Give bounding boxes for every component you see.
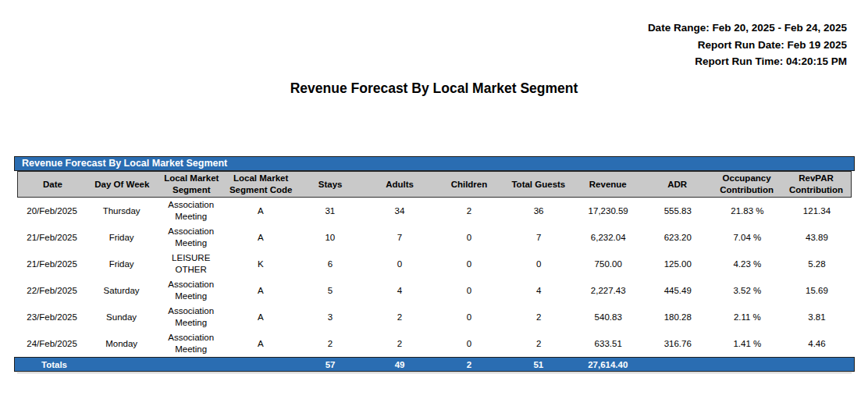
table-cell: 6,232.04 [574, 224, 643, 251]
table-cell: 445.49 [643, 277, 713, 304]
table-cell: 0 [504, 251, 574, 277]
table-cell: A [226, 304, 295, 330]
table-cell: Saturday [87, 277, 156, 304]
table-cell: 180.28 [643, 304, 713, 330]
table-row: 21/Feb/2025FridayLEISURE OTHERK6000750.0… [17, 251, 852, 277]
report-run-time-text: Report Run Time: 04:20:15 PM [648, 53, 847, 70]
column-header-revenue: Revenue [573, 172, 642, 197]
table-cell: 2 [295, 330, 365, 357]
table-cell: 2 [365, 330, 434, 357]
table-cell: 2 [365, 304, 434, 330]
totals-cell [226, 358, 296, 371]
column-header-date: Date [18, 172, 87, 197]
table-cell: 24/Feb/2025 [17, 330, 87, 357]
table-cell: Association Meeting [156, 330, 226, 357]
table-cell: 4 [504, 277, 574, 304]
table-cell: Association Meeting [156, 224, 226, 251]
table-cell: Thursday [87, 198, 156, 224]
column-header-revpar-contribution: RevPAR Contribution [781, 172, 851, 197]
table-cell: 0 [435, 224, 504, 251]
table-cell: Friday [87, 224, 156, 251]
table-cell: 2 [504, 304, 574, 330]
table-cell: 36 [504, 198, 574, 224]
table-cell: 7 [365, 224, 434, 251]
totals-cell [157, 358, 226, 371]
table-cell: 22/Feb/2025 [17, 277, 87, 304]
totals-label: Totals [18, 358, 87, 371]
table-cell: Association Meeting [156, 198, 226, 224]
totals-cell: 27,614.40 [573, 358, 642, 371]
table-cell: 125.00 [643, 251, 713, 277]
table-cell: 21/Feb/2025 [17, 251, 87, 277]
report-run-date-text: Report Run Date: Feb 19 2025 [648, 37, 847, 54]
table-cell: K [226, 251, 295, 277]
table-cell: 3.52 % [713, 277, 782, 304]
table-cell: LEISURE OTHER [156, 251, 226, 277]
column-header-day-of-week: Day Of Week [87, 172, 157, 197]
totals-cell: 57 [296, 358, 365, 371]
table-cell: 555.83 [643, 198, 713, 224]
table-cell: Sunday [87, 304, 156, 330]
table-bottom-rule [17, 373, 852, 373]
totals-cell [781, 358, 851, 371]
column-header-total-guests: Total Guests [503, 172, 573, 197]
revenue-forecast-table: Revenue Forecast By Local Market Segment… [14, 156, 855, 373]
table-cell: 2 [435, 198, 504, 224]
table-cell: 43.89 [782, 224, 852, 251]
table-row: 23/Feb/2025SundayAssociation MeetingA320… [17, 304, 852, 330]
table-cell: 0 [435, 277, 504, 304]
column-header-adults: Adults [365, 172, 435, 197]
table-cell: Monday [87, 330, 156, 357]
table-cell: 31 [295, 198, 365, 224]
table-cell: A [226, 277, 295, 304]
table-cell: 750.00 [574, 251, 643, 277]
totals-cell: 2 [434, 358, 503, 371]
table-cell: 316.76 [643, 330, 713, 357]
table-cell: Association Meeting [156, 277, 226, 304]
table-cell: 10 [295, 224, 365, 251]
table-header-row: DateDay Of WeekLocal Market SegmentLocal… [17, 171, 852, 198]
table-cell: 7.04 % [713, 224, 782, 251]
totals-row: Totals574925127,614.40 [14, 357, 855, 372]
table-cell: 4 [365, 277, 434, 304]
table-cell: 623.20 [643, 224, 713, 251]
table-cell: 2.11 % [713, 304, 782, 330]
report-meta: Date Range: Feb 20, 2025 - Feb 24, 2025 … [648, 20, 847, 70]
totals-cell [642, 358, 712, 371]
totals-cell: 51 [503, 358, 573, 371]
table-cell: 5.28 [782, 251, 852, 277]
table-cell: 4.23 % [713, 251, 782, 277]
table-cell: 7 [504, 224, 574, 251]
column-header-children: Children [434, 172, 503, 197]
table-cell: 0 [365, 251, 434, 277]
table-cell: 633.51 [574, 330, 643, 357]
table-row: 24/Feb/2025MondayAssociation MeetingA220… [17, 330, 852, 357]
table-cell: 21/Feb/2025 [17, 224, 87, 251]
column-header-occupancy-contribution: Occupancy Contribution [712, 172, 781, 197]
table-body: 20/Feb/2025ThursdayAssociation MeetingA3… [17, 198, 852, 357]
table-cell: 5 [295, 277, 365, 304]
table-cell: 21.83 % [713, 198, 782, 224]
table-cell: 3 [295, 304, 365, 330]
totals-cell: 49 [365, 358, 435, 371]
column-header-stays: Stays [296, 172, 365, 197]
table-cell: 2 [504, 330, 574, 357]
table-cell: 34 [365, 198, 434, 224]
totals-grid: Totals574925127,614.40 [15, 358, 854, 371]
table-cell: 3.81 [782, 304, 852, 330]
table-cell: 23/Feb/2025 [17, 304, 87, 330]
table-row: 21/Feb/2025FridayAssociation MeetingA107… [17, 224, 852, 251]
column-header-local-market-segment-code: Local Market Segment Code [226, 172, 296, 197]
table-cell: 17,230.59 [574, 198, 643, 224]
table-row: 22/Feb/2025SaturdayAssociation MeetingA5… [17, 277, 852, 304]
page-title: Revenue Forecast By Local Market Segment [0, 80, 868, 97]
table-cell: 6 [295, 251, 365, 277]
totals-cell [87, 358, 157, 371]
column-header-adr: ADR [642, 172, 712, 197]
table-cell: 20/Feb/2025 [17, 198, 87, 224]
table-cell: 121.34 [782, 198, 852, 224]
table-title-bar: Revenue Forecast By Local Market Segment [14, 156, 855, 171]
table-cell: A [226, 224, 295, 251]
table-row: 20/Feb/2025ThursdayAssociation MeetingA3… [17, 198, 852, 224]
column-header-local-market-segment: Local Market Segment [157, 172, 226, 197]
